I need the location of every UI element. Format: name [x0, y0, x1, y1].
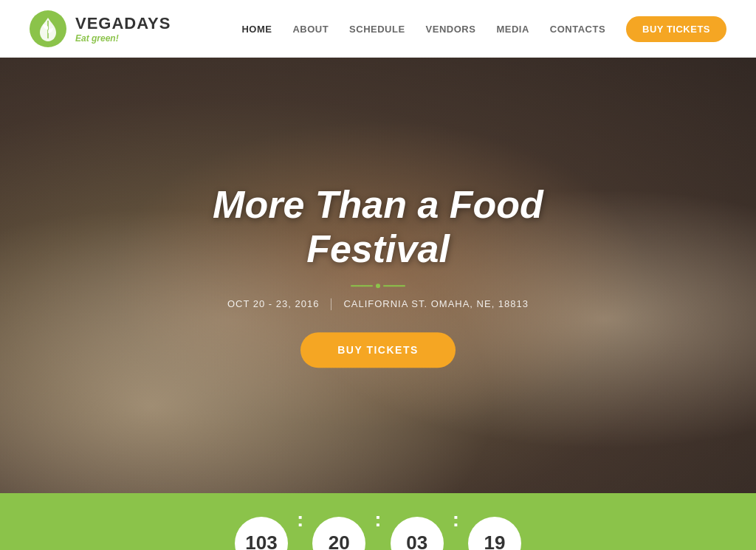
hero-meta: OCT 20 - 23, 2016 CALIFORNIA ST. OMAHA, …	[157, 298, 599, 310]
logo-tagline: Eat green!	[75, 33, 171, 44]
countdown-hours-circle: 20	[312, 517, 365, 551]
hero-meta-separator	[331, 298, 331, 310]
divider-line-right	[383, 285, 405, 286]
nav-schedule[interactable]: SCHEDULE	[349, 24, 405, 35]
logo-name: VEGADAYS	[75, 14, 171, 33]
main-nav: HOME ABOUT SCHEDULE VENDORS MEDIA CONTAC…	[241, 16, 726, 42]
countdown-sep-2: :	[374, 493, 381, 532]
countdown-sep-3: :	[453, 493, 459, 532]
countdown-seconds: 19 SECONDS	[468, 517, 521, 551]
countdown-section: 103 DAYS : 20 HOURS : 03 MINUTES : 19 SE…	[0, 493, 756, 550]
divider-line-left	[351, 285, 373, 286]
countdown-hours: 20 HOURS	[312, 517, 365, 551]
hero-section: More Than a Food Festival OCT 20 - 23, 2…	[0, 58, 756, 493]
countdown-days: 103 DAYS	[235, 517, 288, 551]
hero-date: OCT 20 - 23, 2016	[227, 298, 319, 309]
nav-about[interactable]: ABOUT	[292, 24, 329, 35]
nav-contacts[interactable]: CONTACTS	[550, 24, 605, 35]
divider-dot	[376, 283, 380, 288]
countdown-minutes-circle: 03	[391, 517, 444, 551]
logo[interactable]: VEGADAYS Eat green!	[30, 10, 171, 47]
nav-vendors[interactable]: VENDORS	[426, 24, 476, 35]
hero-buy-tickets-button[interactable]: BUY TICKETS	[300, 332, 456, 368]
nav-home[interactable]: HOME	[241, 24, 272, 35]
countdown-minutes: 03 MINUTES	[391, 517, 444, 551]
countdown-seconds-circle: 19	[468, 517, 521, 551]
hero-location: CALIFORNIA ST. OMAHA, NE, 18813	[343, 298, 529, 309]
hero-divider	[157, 283, 599, 288]
countdown-days-circle: 103	[235, 517, 288, 551]
hero-content: More Than a Food Festival OCT 20 - 23, 2…	[157, 183, 599, 368]
hero-title: More Than a Food Festival	[157, 183, 599, 272]
site-header: VEGADAYS Eat green! HOME ABOUT SCHEDULE …	[0, 0, 756, 58]
header-buy-tickets-button[interactable]: BUY TICKETS	[626, 16, 726, 42]
logo-text: VEGADAYS Eat green!	[75, 14, 171, 44]
nav-media[interactable]: MEDIA	[496, 24, 529, 35]
logo-icon	[30, 10, 66, 47]
countdown-sep-1: :	[297, 493, 303, 532]
